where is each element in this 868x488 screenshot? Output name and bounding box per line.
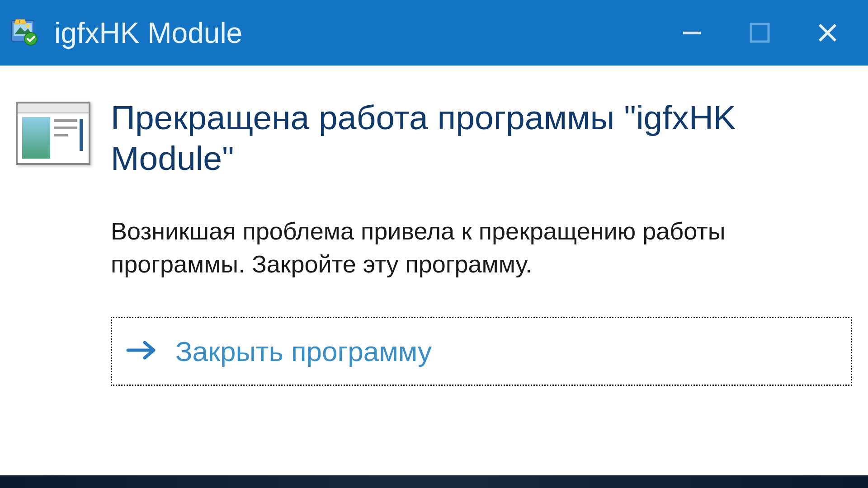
bottom-strip <box>0 475 868 488</box>
window-controls <box>678 19 859 47</box>
window-title: igfxHK Module <box>54 16 678 50</box>
close-program-button[interactable]: Закрыть программу <box>111 317 852 386</box>
program-window-icon <box>16 102 90 165</box>
maximize-icon <box>747 20 772 45</box>
error-dialog-window: ! igfxHK Module <box>0 0 868 488</box>
window-titlebar[interactable]: ! igfxHK Module <box>0 0 868 66</box>
minimize-button[interactable] <box>678 19 705 47</box>
close-icon <box>815 20 840 45</box>
close-button[interactable] <box>814 19 841 47</box>
svg-text:!: ! <box>19 19 21 24</box>
error-heading: Прекращена работа программы "igfxHK Modu… <box>111 97 852 178</box>
error-description: Возникшая проблема привела к прекращению… <box>111 215 852 281</box>
error-icon-container <box>16 97 90 457</box>
arrow-right-icon <box>126 339 160 363</box>
content-text-area: Прекращена работа программы "igfxHK Modu… <box>111 97 852 457</box>
maximize-button[interactable] <box>746 19 773 47</box>
minimize-icon <box>679 20 704 45</box>
svg-point-3 <box>26 24 30 28</box>
app-icon: ! <box>9 17 41 49</box>
dialog-content: Прекращена работа программы "igfxHK Modu… <box>0 66 868 475</box>
svg-point-4 <box>24 33 37 45</box>
svg-rect-8 <box>751 24 769 42</box>
close-program-label: Закрыть программу <box>175 335 432 367</box>
